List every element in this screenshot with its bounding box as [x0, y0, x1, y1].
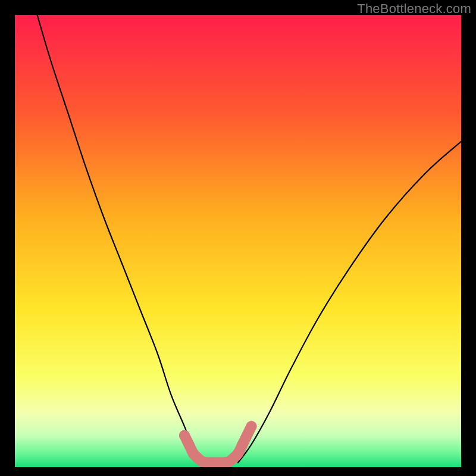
bottleneck-marker-dot — [246, 421, 257, 432]
gradient-background — [15, 15, 461, 467]
bottleneck-chart-svg — [15, 15, 461, 467]
watermark-text: TheBottleneck.com — [357, 1, 471, 17]
chart-frame — [15, 15, 461, 467]
